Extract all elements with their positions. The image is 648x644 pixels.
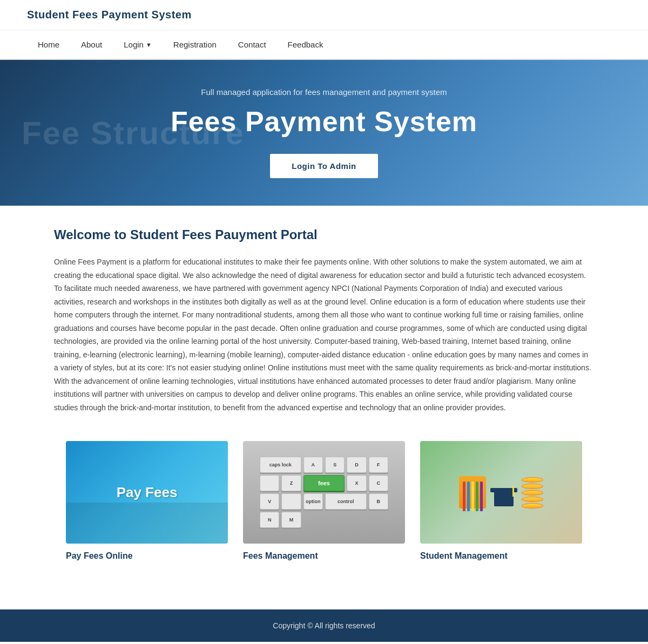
welcome-text: Online Fees Payment is a platform for ed… — [54, 255, 594, 414]
fees-mgmt-visual: caps lock A S D F Z fees X C V option co… — [243, 441, 405, 544]
student-visual — [459, 476, 543, 509]
nav-contact[interactable]: Contact — [227, 30, 277, 59]
key-control: control — [325, 493, 367, 510]
key-x: X — [347, 475, 366, 491]
student-mgmt-card[interactable]: Student Management — [420, 441, 582, 561]
student-mgmt-title: Student Management — [420, 551, 582, 561]
hat-tassel — [512, 486, 514, 497]
key-a: A — [303, 457, 323, 473]
key-option: option — [303, 493, 323, 510]
fees-mgmt-card[interactable]: caps lock A S D F Z fees X C V option co… — [243, 441, 405, 561]
pay-fees-title: Pay Fees Online — [66, 551, 228, 561]
coin-2 — [522, 484, 543, 489]
hero-title: Fees Payment System — [171, 105, 477, 138]
key-m: M — [281, 512, 301, 528]
key-f: F — [369, 457, 388, 473]
coin-1 — [522, 477, 543, 483]
caps-lock-key: caps lock — [260, 457, 301, 473]
key-d: D — [347, 457, 366, 473]
key-s: S — [325, 457, 345, 473]
cards-row: Pay Fees Pay Fees Online caps lock A S D… — [54, 441, 594, 561]
pencil-purple — [480, 482, 483, 511]
pay-fees-visual: Pay Fees — [66, 441, 228, 544]
site-logo: Student Fees Payment System — [27, 9, 192, 21]
key-spacer1 — [260, 475, 279, 491]
nav-registration[interactable]: Registration — [163, 30, 227, 59]
nav-feedback[interactable]: Feedback — [277, 30, 334, 59]
login-to-admin-button[interactable]: Login To Admin — [270, 154, 377, 178]
nav-home[interactable]: Home — [27, 30, 70, 59]
coin-3 — [522, 490, 543, 496]
key-spacer2 — [281, 493, 301, 510]
nav-about[interactable]: About — [70, 30, 113, 59]
welcome-title: Welcome to Student Fees Pauyment Portal — [54, 227, 594, 242]
keyboard-visual: caps lock A S D F Z fees X C V option co… — [251, 448, 397, 537]
coins-stack — [522, 477, 543, 509]
graduation-hat — [490, 482, 517, 509]
pencil-yellow — [471, 482, 474, 511]
student-mgmt-visual — [420, 441, 582, 544]
key-b: B — [369, 493, 388, 510]
fees-mgmt-title: Fees Management — [243, 551, 405, 561]
chevron-down-icon: ▼ — [146, 42, 152, 48]
key-v: V — [260, 493, 279, 510]
coin-4 — [522, 497, 543, 502]
pencil-blue — [467, 482, 470, 511]
pay-fees-card[interactable]: Pay Fees Pay Fees Online — [66, 441, 228, 561]
nav-login[interactable]: Login ▼ — [113, 30, 163, 59]
pencil-green — [476, 482, 478, 511]
hero-section: Fee Structure Full managed application f… — [0, 60, 648, 206]
key-c: C — [369, 475, 388, 491]
key-n: N — [260, 512, 279, 528]
pencil-red — [463, 482, 465, 511]
pay-fees-image: Pay Fees — [66, 441, 228, 544]
fees-key: fees — [303, 475, 345, 491]
site-footer: Copyright © All rights reserved — [0, 609, 648, 642]
student-mgmt-image — [420, 441, 582, 544]
hat-cap — [494, 491, 514, 506]
pencil-cup — [459, 476, 486, 509]
copyright-text: Copyright © All rights reserved — [273, 621, 375, 630]
pay-fees-label: Pay Fees — [117, 484, 178, 501]
hero-subtitle: Full managed application for fees manage… — [201, 87, 447, 97]
key-z: Z — [281, 475, 301, 491]
main-nav: Home About Login ▼ Registration Contact … — [0, 30, 648, 60]
main-content: Welcome to Student Fees Pauyment Portal … — [43, 206, 605, 609]
fees-mgmt-image: caps lock A S D F Z fees X C V option co… — [243, 441, 405, 544]
site-header: Student Fees Payment System — [0, 0, 648, 30]
coin-5 — [522, 503, 543, 509]
